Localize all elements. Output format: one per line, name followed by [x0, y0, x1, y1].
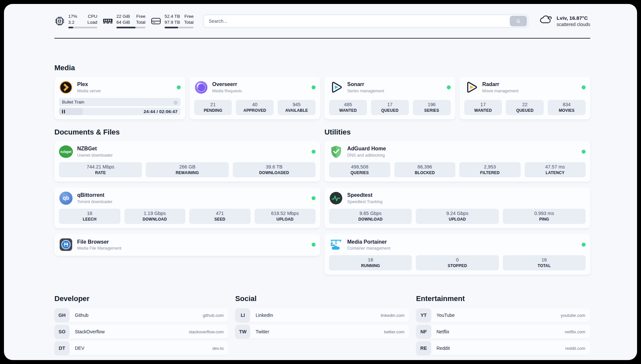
bookmark-twitter[interactable]: TW Twitter twitter.com: [235, 325, 409, 339]
stat-wanted: 17 WANTED: [464, 100, 502, 115]
service-description: DNS and adblocking: [347, 153, 386, 158]
stat-leech: 16 LEECH: [59, 209, 120, 224]
status-dot-online: [312, 243, 316, 247]
stat-queued: 17 QUEUED: [371, 100, 409, 115]
stat-stopped: 0 STOPPED: [416, 255, 499, 270]
now-playing-bar: Bullet Train ◎: [59, 98, 181, 106]
netflix-icon: NF: [416, 325, 431, 339]
bookmark-reddit[interactable]: RE Reddit reddit.com: [416, 341, 590, 355]
system-stats: 17% CPU 3.2 Load: [54, 14, 194, 29]
stat-filtered: 2,953 FILTERED: [459, 162, 521, 177]
stat-remaining: 266 GB REMAINING: [146, 162, 229, 177]
plex-icon: [59, 80, 73, 94]
service-card-plex[interactable]: Plex Media server Bullet Train ◎ 24:44 /…: [54, 77, 185, 119]
service-card-nzbget[interactable]: nzbget NZBGet Usenet downloader 744.21 M…: [54, 141, 320, 182]
search-provider-button[interactable]: G: [510, 16, 527, 26]
service-card-speedtest[interactable]: Speedtest Speedtest Tracking 9.65 Gbps D…: [324, 188, 590, 228]
section-utilities: Utilities: [324, 128, 590, 275]
cpu-label-2: Load: [87, 19, 97, 25]
stat-queued: 22 QUEUED: [506, 100, 544, 115]
section-title-entertainment: Entertainment: [416, 294, 590, 303]
stat-download: 9.65 Gbps DOWNLOAD: [329, 209, 412, 224]
stat-seed: 471 SEED: [189, 209, 251, 224]
top-bar: 17% CPU 3.2 Load: [54, 4, 590, 38]
service-card-adguard[interactable]: AdGuard Home DNS and adblocking 498,508 …: [324, 141, 590, 182]
stat-downloaded: 39.6 TB DOWNLOADED: [233, 162, 316, 177]
service-name: Speedtest: [347, 192, 382, 198]
ram-icon: [103, 16, 113, 26]
sonarr-icon: [329, 80, 343, 94]
section-documents: Documents & Files nzbget NZBGet Usenet d…: [54, 128, 320, 275]
section-title-developer: Developer: [54, 294, 229, 303]
service-description: Media File Management: [77, 246, 121, 251]
cpu-value: 17%: [68, 14, 77, 19]
radarr-icon: [464, 80, 478, 94]
service-description: Media server: [77, 89, 101, 93]
stackoverflow-icon: SO: [54, 325, 70, 339]
service-description: Series management: [347, 89, 384, 93]
stat-total: 16 TOTAL: [503, 255, 586, 270]
stat-pending: 21 PENDING: [194, 100, 232, 115]
section-columns: Documents & Files nzbget NZBGet Usenet d…: [54, 128, 590, 275]
speedtest-icon: [329, 191, 343, 205]
disk-value: 52.4 TB: [165, 14, 180, 19]
pause-icon[interactable]: [62, 110, 65, 113]
portainer-icon: [329, 238, 343, 252]
service-card-filebrowser[interactable]: File Browser Media File Management: [54, 234, 320, 256]
bookmark-group-entertainment: Entertainment YT YouTube youtube.com NF …: [416, 294, 590, 355]
stat-latency: 47.57 ms LATENCY: [525, 162, 586, 177]
cloud-icon: [539, 15, 552, 28]
search: G: [203, 15, 528, 27]
cpu-icon: [54, 16, 65, 26]
disk-progress-fill: [165, 27, 178, 28]
playback-bar: 24:44 / 02:06:47: [59, 108, 181, 115]
service-card-qbittorrent[interactable]: qb qBittorrent Torrent downloader 16 LEE…: [54, 188, 320, 228]
service-name: AdGuard Home: [347, 146, 386, 152]
bookmark-youtube[interactable]: YT YouTube youtube.com: [416, 308, 590, 322]
disk-label: Free: [184, 14, 194, 19]
topbar-divider: [54, 38, 590, 39]
nzbget-icon: nzbget: [59, 145, 73, 158]
stat-upload: 618.52 Mbps UPLOAD: [255, 209, 316, 224]
stat-blocked: 86,396 BLOCKED: [394, 162, 456, 177]
bookmark-github[interactable]: GH Github github.com: [54, 308, 229, 322]
service-name: qBittorrent: [77, 192, 112, 198]
disk-label-2: Total: [184, 19, 194, 25]
status-dot-online: [312, 196, 316, 200]
service-name: Overseerr: [212, 81, 242, 87]
service-card-sonarr[interactable]: Sonarr Series management 485 WANTED 17 Q…: [324, 77, 455, 119]
ram-value-2: 64 GiB: [116, 19, 130, 25]
service-card-radarr[interactable]: Radarr Movie management 17 WANTED 22 QUE…: [460, 77, 591, 119]
service-name: Plex: [77, 81, 101, 87]
disk-icon: [151, 16, 161, 26]
bookmark-dev[interactable]: DT DEV dev.to: [54, 341, 229, 355]
service-name: Media Portainer: [347, 239, 390, 245]
qbittorrent-icon: qb: [59, 192, 73, 205]
service-description: Container management: [347, 246, 390, 251]
section-media: Media Plex Media server: [54, 64, 590, 119]
status-dot-online: [312, 85, 316, 89]
stat-wanted: 485 WANTED: [329, 100, 367, 115]
cpu-value-2: 3.2: [68, 19, 75, 25]
dev-icon: DT: [54, 341, 70, 355]
bookmark-linkedin[interactable]: LI LinkedIn linkedin.com: [235, 308, 409, 322]
overseerr-icon: [194, 80, 208, 94]
bookmark-stackoverflow[interactable]: SO StackOverflow stackoverflow.com: [54, 325, 229, 339]
github-icon: GH: [54, 308, 70, 322]
ram-label: Free: [136, 14, 145, 19]
disk-stat: 52.4 TB Free 97.9 TB Total: [151, 14, 194, 29]
service-description: Speedtest Tracking: [347, 199, 382, 204]
service-name: Radarr: [482, 81, 519, 87]
service-card-overseerr[interactable]: Overseerr Media Requests 21 PENDING 40 A…: [190, 77, 320, 119]
section-bookmarks: Developer GH Github github.com SO StackO…: [54, 294, 590, 355]
search-input[interactable]: [203, 15, 528, 27]
status-dot-online: [582, 243, 586, 247]
stat-approved: 40 APPROVED: [236, 100, 274, 115]
ram-stat: 22 GiB Free 64 GiB Total: [103, 14, 145, 29]
service-card-portainer[interactable]: Media Portainer Container management 16 …: [324, 234, 590, 275]
bookmark-netflix[interactable]: NF Netflix netflix.com: [416, 325, 590, 339]
filebrowser-icon: [59, 238, 73, 252]
now-playing-session-icon: ◎: [173, 100, 177, 105]
now-playing-widget: Bullet Train ◎ 24:44 / 02:06:47: [59, 98, 181, 115]
status-dot-online: [582, 85, 586, 89]
